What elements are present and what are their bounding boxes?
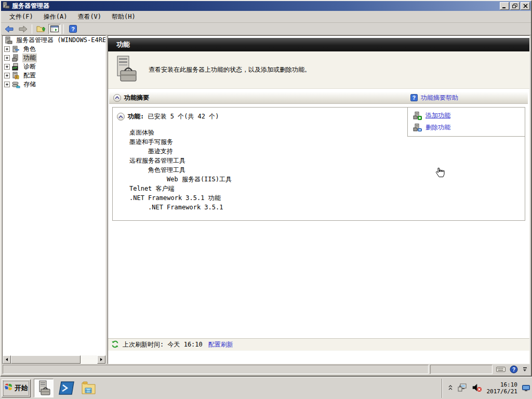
summary-title: 功能摘要 — [124, 94, 410, 102]
summary-help-label[interactable]: 功能摘要帮助 — [421, 94, 458, 102]
language-bar-options-icon[interactable] — [521, 367, 528, 371]
close-button[interactable] — [521, 2, 530, 10]
back-icon[interactable] — [3, 24, 16, 34]
configuration-icon — [12, 72, 21, 79]
show-desktop-button[interactable] — [522, 379, 530, 398]
clock-date: 2017/6/21 — [486, 388, 517, 395]
tree-item-roles[interactable]: 角色 — [3, 45, 105, 54]
menu-file[interactable]: 文件(F) — [4, 11, 38, 23]
refresh-statusbar: 上次刷新时间: 今天 16:10 配置刷新 — [108, 338, 529, 351]
expand-icon[interactable] — [4, 55, 10, 61]
statusbar-pane — [430, 365, 493, 374]
tree-item-configuration[interactable]: 配置 — [3, 71, 105, 80]
feature-item: 墨迹支持 — [113, 147, 525, 156]
menu-action[interactable]: 操作(A) — [38, 11, 73, 23]
remove-features-label[interactable]: 删除功能 — [425, 123, 450, 132]
scroll-left-icon[interactable] — [3, 355, 11, 364]
last-refresh-label: 上次刷新时间: 今天 16:10 — [123, 340, 203, 349]
feature-item: Web 服务器(IIS)工具 — [113, 175, 525, 184]
installed-features-list: 桌面体验 墨迹和手写服务 墨迹支持 远程服务器管理工具 角色管理工具 Web 服… — [113, 128, 525, 212]
summary-help-link[interactable]: ? 功能摘要帮助 — [410, 94, 458, 102]
start-label[interactable]: 开始 — [15, 383, 28, 393]
page-title: 功能 — [108, 38, 529, 51]
toolbar-separator — [63, 24, 64, 34]
app-icon — [3, 2, 10, 10]
tree-item-label[interactable]: 角色 — [22, 45, 37, 54]
roles-icon — [12, 45, 21, 53]
collapse-chevron-icon[interactable] — [117, 113, 125, 121]
menubar: 文件(F) 操作(A) 查看(V) 帮助(H) — [1, 11, 531, 23]
tree-horizontal-scrollbar[interactable] — [3, 355, 105, 364]
description-strip: 查看安装在此服务器上功能的状态，以及添加或删除功能。 — [108, 51, 529, 89]
tree-item-label[interactable]: 功能 — [22, 54, 37, 62]
restore-button[interactable] — [510, 2, 520, 10]
console-tree-icon[interactable] — [48, 24, 61, 34]
taskbar-server-manager-button[interactable] — [34, 379, 54, 397]
remove-features-link[interactable]: 删除功能 — [413, 123, 520, 132]
features-icon — [12, 54, 21, 62]
up-folder-icon[interactable] — [35, 24, 47, 34]
tree-item-label[interactable]: 配置 — [22, 71, 37, 80]
tray-chevron-icon[interactable] — [448, 384, 453, 392]
scroll-thumb[interactable] — [11, 355, 81, 364]
minimize-button[interactable] — [500, 2, 509, 10]
statusbar-pane — [3, 365, 429, 374]
tree-root-server-manager[interactable]: 服务器管理器 (WINDOWS-E4REQH — [3, 36, 105, 45]
tree-item-diagnostics[interactable]: 诊断 — [3, 62, 105, 71]
summary-section-header[interactable]: 功能摘要 ? 功能摘要帮助 — [109, 92, 528, 104]
main-area: 服务器管理器 (WINDOWS-E4REQH 角色 功能 — [2, 35, 530, 364]
toolbar: ? — [1, 23, 531, 35]
titlebar[interactable]: 服务器管理器 — [1, 1, 531, 11]
diagnostics-icon — [12, 63, 21, 71]
scroll-track — [81, 355, 97, 364]
features-count: 功能: 已安装 5 个(共 42 个) — [128, 112, 219, 121]
refresh-icon — [111, 340, 119, 350]
feature-actions-box: 添加功能 删除功能 — [407, 107, 525, 137]
toolbar-separator — [32, 24, 32, 34]
server-manager-window: 服务器管理器 文件(F) 操作(A) 查看(V) 帮助(H) ? — [0, 0, 532, 377]
content-area: 功能摘要 ? 功能摘要帮助 功能: 已安装 5 个(共 42 个) — [108, 89, 529, 351]
window-title: 服务器管理器 — [12, 2, 499, 10]
tree-item-features[interactable]: 功能 — [3, 54, 105, 62]
forward-icon[interactable] — [17, 24, 29, 34]
remove-feature-icon — [413, 124, 422, 132]
scroll-right-icon[interactable] — [97, 355, 105, 364]
feature-item: .NET Framework 3.5.1 — [113, 203, 525, 212]
tree-item-label[interactable]: 存储 — [22, 80, 37, 89]
expand-icon[interactable] — [4, 64, 10, 70]
tray-clock[interactable]: 16:10 2017/6/21 — [486, 381, 517, 395]
server-manager-icon — [5, 36, 14, 44]
help-icon: ? — [410, 94, 418, 101]
taskbar-powershell-button[interactable] — [57, 379, 76, 397]
configure-refresh-link[interactable]: 配置刷新 — [208, 340, 233, 349]
help-icon[interactable]: ? — [66, 24, 79, 34]
keyboard-icon[interactable] — [495, 365, 507, 374]
svg-text:?: ? — [413, 95, 416, 101]
expand-icon[interactable] — [4, 73, 10, 78]
feature-item: 角色管理工具 — [113, 165, 525, 175]
menu-help[interactable]: 帮助(H) — [107, 11, 141, 23]
collapse-chevron-icon[interactable] — [113, 94, 121, 102]
network-icon[interactable] — [457, 383, 468, 394]
feature-item: 墨迹和手写服务 — [113, 137, 525, 147]
volume-muted-icon[interactable] — [472, 383, 482, 394]
taskbar-explorer-button[interactable] — [79, 379, 99, 397]
tree-root-label[interactable]: 服务器管理器 (WINDOWS-E4REQH — [15, 36, 106, 45]
taskbar: 开始 16:10 2017/6/21 — [0, 377, 532, 399]
tree-item-storage[interactable]: 存储 — [3, 80, 105, 89]
expand-icon[interactable] — [4, 82, 10, 87]
storage-icon — [12, 81, 21, 88]
tree-item-label[interactable]: 诊断 — [22, 62, 37, 71]
features-count-bold: 功能: — [128, 113, 144, 120]
windows-logo-icon — [4, 383, 13, 393]
system-tray: 16:10 2017/6/21 — [442, 379, 532, 398]
details-panel: 功能 查看安装在此服务器上功能的状态，以及添加或删除功能。 功能摘要 ? 功能摘… — [108, 35, 530, 364]
clock-time: 16:10 — [486, 381, 517, 388]
svg-text:?: ? — [512, 367, 515, 373]
start-button[interactable]: 开始 — [2, 379, 31, 397]
expand-icon[interactable] — [4, 46, 10, 52]
add-features-link[interactable]: 添加功能 — [413, 111, 520, 120]
menu-view[interactable]: 查看(V) — [72, 11, 107, 23]
language-help-icon[interactable]: ? — [508, 365, 520, 374]
add-features-label[interactable]: 添加功能 — [425, 111, 450, 120]
